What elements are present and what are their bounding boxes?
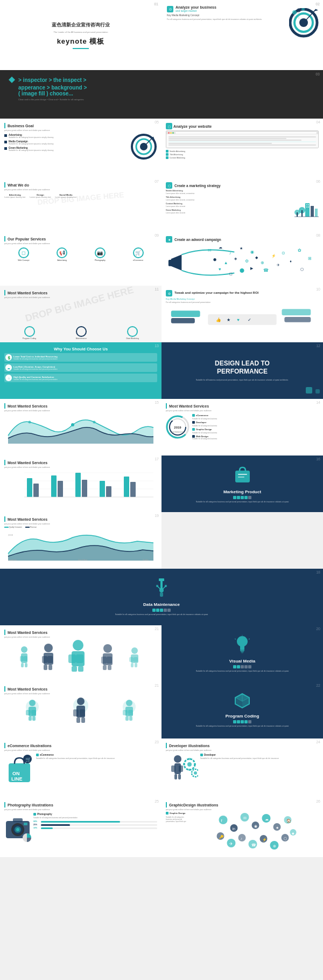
slide-business-goal: 05 Business Goal put your great outline … [0,119,162,178]
mw2-sub: put your great outline in here and shake… [166,410,319,412]
data-maintenance-body: Suitable for all categories business and… [115,613,208,616]
svg-point-61 [71,423,74,426]
svg-rect-147 [81,717,85,723]
svg-rect-129 [241,651,244,652]
slide-num-10: 10 [316,287,320,291]
svg-rect-145 [80,709,85,716]
svg-text:☁: ☁ [265,817,269,821]
svg-text:User Effect: User Effect [78,559,87,561]
slide-graphic-design-illustrations: 26 GraphicDesign illustrations put your … [162,798,323,857]
svg-rect-75 [33,484,39,497]
goal-item-2: Media Campaign Suitable for all category… [4,140,129,145]
svg-point-110 [73,640,83,651]
dev-illus-sub: put your great outline in here and shake… [166,749,319,751]
gd-illus-title: GraphicDesign illustrations [169,803,218,807]
social-icons-scatter: f in ✉ ◉ ☁ ★ 🏠 🔑 [189,812,319,852]
svg-text:2008: 2008 [8,534,13,536]
slide-num-9: 09 [155,233,159,237]
analyze-highlight: and target market [175,9,216,12]
slide-num-gd: 26 [316,799,320,803]
svg-line-133 [249,639,250,639]
slide-num-6: 06 [316,180,320,183]
ecom-illus-title: eCommerce illustrations [8,744,52,748]
svg-text:♥: ♥ [237,318,240,322]
svg-rect-97 [160,592,163,597]
svg-text:★: ★ [227,318,230,322]
slide-num-20: 20 [316,627,320,631]
slide-adword: 08 ★ Create an adword campaign ✉ ☁ ♪ ★ [162,232,323,286]
svg-rect-187 [24,823,27,825]
dev-illus-title: Developer illustrations [169,744,209,748]
slide-num-15: 15 [155,401,159,404]
ecom-illus-sub: put your great outline in here and shake… [4,749,157,751]
slide-num-22: 22 [316,684,320,687]
slides-container: 蓝色清新企业宣传咨询行业 The Leader of the All busin… [0,0,323,625]
svg-text:☁: ☁ [219,245,222,249]
why-choose-title: Why You Should Choose Us [4,347,157,351]
slide-num-4: 04 [316,120,320,124]
svg-rect-115 [78,666,83,672]
service-adv: 📢 Advertising [57,247,67,261]
slide-num-14: 14 [316,401,320,404]
svg-rect-24 [306,206,307,208]
slide-num-23-left: 21 [155,684,159,687]
svg-rect-76 [51,475,57,497]
svg-rect-137 [26,710,31,715]
svg-text:in: in [233,827,236,831]
svg-rect-80 [100,481,105,497]
bullseye-icon [289,8,319,38]
program-coding-icon [234,693,250,709]
slide-program-coding: 22 Program Coding [162,682,323,739]
svg-point-63 [93,421,96,424]
slide-most-wanted-wave: 19 Most Wanted Services put your great o… [0,512,162,569]
svg-rect-171 [174,774,177,779]
title-en: The Leader of the All business and perso… [53,31,108,34]
what-we-do-title: What We do [8,183,29,187]
svg-rect-177 [188,758,191,760]
svg-rect-179 [183,763,185,765]
data-maintenance-icon [153,578,170,597]
dev-item-body: Suitable for all categories business and… [200,757,319,760]
analyze-title: Analyze your business [175,5,216,9]
svg-text:⬤: ⬤ [240,268,244,273]
svg-rect-154 [129,716,132,721]
inspector-line1: > inspector > the inspect > [18,77,86,83]
svg-rect-78 [75,473,81,497]
svg-rect-54 [171,318,195,323]
slide-visual-media: 20 Visual Media [162,625,323,682]
svg-text:⊕: ⊕ [261,260,264,265]
svg-text:◻: ◻ [229,272,233,275]
program-coding-body: Suitable for all categories business and… [196,725,289,728]
svg-text:◉: ◉ [250,250,254,254]
business-goal-title: Business Goal [8,124,34,128]
svg-rect-151 [123,710,128,715]
svg-rect-87 [238,477,244,478]
svg-rect-77 [58,481,63,497]
svg-text:◆: ◆ [255,256,258,259]
slide-most-wanted-2: 14 Most Wanted Services put your great o… [162,399,323,456]
svg-text:🏠: 🏠 [286,818,291,823]
slide-num-ecom: 23 [155,740,159,744]
svg-rect-100 [20,656,24,661]
row-3: 05 Business Goal put your great outline … [0,119,323,178]
slide-num-17: 17 [155,457,159,461]
inspector-line3: ( image fill ) choose... [9,91,314,96]
svg-text:♦: ♦ [290,259,292,263]
camera-icon [4,813,31,843]
svg-text:♪: ♪ [241,837,243,840]
svg-text:⊞: ⊞ [308,256,312,261]
slide-ecommerce-illustrations: 23 eCommerce illustrations put your grea… [0,739,162,798]
tweak-body: For all categories business and personal… [166,301,319,304]
svg-rect-21 [315,209,318,217]
svg-text:ON: ON [12,771,20,776]
svg-text:⬢: ⬢ [213,258,216,261]
peaks-sub: put your great outline in here and shake… [4,410,157,412]
developer-icon [166,754,198,789]
svg-text:▶: ▶ [250,266,254,270]
website-title: Analyze your website [173,125,212,128]
ecom-item-body: Suitable for all categories business and… [36,757,157,760]
ecom-bag-icon: ON LINE 🛒 [6,754,33,786]
gd-illus-sub: put your great outline in here and shake… [166,809,319,811]
slide-num-18: 18 [316,570,320,574]
svg-rect-112 [68,654,76,663]
